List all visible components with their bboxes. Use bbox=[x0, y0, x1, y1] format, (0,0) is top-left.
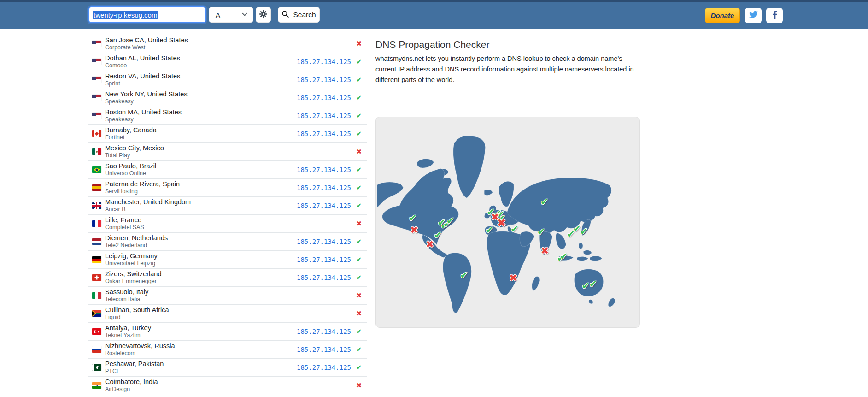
country-flag-icon-us bbox=[92, 41, 101, 47]
dns-server-row: Boston MA, United States Speakeasy 185.2… bbox=[88, 107, 367, 124]
settings-button[interactable] bbox=[256, 7, 271, 23]
search-icon bbox=[282, 10, 289, 20]
country-flag-icon-nl bbox=[92, 238, 101, 245]
server-provider: Corporate West bbox=[105, 44, 188, 51]
world-map-continents bbox=[376, 117, 639, 327]
country-flag-icon-es bbox=[92, 184, 101, 191]
server-provider: Teknet Yazlim bbox=[105, 332, 151, 339]
dns-server-row: Leipzig, Germany Universitaet Leipzig 18… bbox=[88, 250, 367, 268]
facebook-icon bbox=[770, 11, 779, 21]
facebook-button[interactable] bbox=[766, 8, 783, 23]
dns-server-row: Paterna de Rivera, Spain ServiHosting 18… bbox=[88, 178, 367, 196]
dns-server-row: Manchester, United Kingdom Ancar B 185.2… bbox=[88, 196, 367, 214]
dns-server-row: Zizers, Switzerland Oskar Emmenegger 185… bbox=[88, 268, 367, 286]
dns-server-row: Lille, France Completel SAS ✖ bbox=[88, 214, 367, 232]
server-location: Mexico City, Mexico bbox=[105, 144, 164, 152]
status-ok-icon: ✔ bbox=[355, 130, 363, 138]
server-provider: Completel SAS bbox=[105, 224, 144, 231]
resolved-ip: 185.27.134.125 bbox=[297, 184, 351, 191]
dns-server-row: Peshawar, Pakistan PTCL 185.27.134.125 ✔ bbox=[88, 358, 367, 376]
country-flag-icon-de bbox=[92, 256, 101, 263]
status-fail-icon: ✖ bbox=[355, 381, 363, 390]
server-location: Cullinan, South Africa bbox=[105, 306, 169, 314]
status-ok-icon: ✔ bbox=[355, 94, 363, 102]
country-flag-icon-us bbox=[92, 59, 101, 65]
status-ok-icon: ✔ bbox=[355, 237, 363, 246]
server-location: Coimbatore, India bbox=[105, 378, 158, 386]
server-location: Sassuolo, Italy bbox=[105, 288, 148, 296]
resolved-ip: 185.27.134.125 bbox=[297, 58, 351, 65]
server-location: Sao Paulo, Brazil bbox=[105, 162, 156, 170]
header-bar: twenty-rp.kesug.com A bbox=[0, 0, 868, 29]
world-map: ✔✖✔✔✔✔✔✖✔✔✔✔✔✖✖✔✔✖✔✔✖✔✔✔✔✔✔✔ bbox=[375, 117, 640, 328]
resolved-ip: 185.27.134.125 bbox=[297, 256, 351, 263]
server-provider: Universo Online bbox=[105, 170, 156, 177]
resolved-ip: 185.27.134.125 bbox=[297, 274, 351, 281]
server-location: Antalya, Turkey bbox=[105, 324, 151, 332]
server-location: Zizers, Switzerland bbox=[105, 270, 161, 278]
resolved-ip: 185.27.134.125 bbox=[297, 112, 351, 119]
dns-server-row: Sassuolo, Italy Telecom Italia ✖ bbox=[88, 286, 367, 304]
status-ok-icon: ✔ bbox=[355, 327, 363, 336]
server-provider: Rostelecom bbox=[105, 350, 175, 357]
dns-server-row: San Jose CA, United States Corporate Wes… bbox=[88, 35, 367, 53]
country-flag-icon-ru bbox=[92, 346, 101, 353]
country-flag-icon-ca bbox=[92, 130, 101, 137]
server-location: Leipzig, Germany bbox=[105, 252, 158, 260]
status-ok-icon: ✔ bbox=[355, 112, 363, 120]
country-flag-icon-in bbox=[92, 382, 101, 389]
resolved-ip: 185.27.134.125 bbox=[297, 238, 351, 245]
dns-server-row: Sao Paulo, Brazil Universo Online 185.27… bbox=[88, 160, 367, 178]
donate-button-label: Donate bbox=[711, 12, 734, 19]
dns-server-row: Dothan AL, United States Comodo 185.27.1… bbox=[88, 53, 367, 71]
server-location: Burnaby, Canada bbox=[105, 126, 157, 134]
dns-server-list: San Jose CA, United States Corporate Wes… bbox=[88, 35, 367, 394]
country-flag-icon-za bbox=[92, 310, 101, 317]
search-input-value: twenty-rp.kesug.com bbox=[93, 11, 158, 19]
country-flag-icon-ch bbox=[92, 274, 101, 281]
resolved-ip: 185.27.134.125 bbox=[297, 76, 351, 83]
dns-server-row: Diemen, Netherlands Tele2 Nederland 185.… bbox=[88, 232, 367, 250]
country-flag-icon-pk bbox=[92, 364, 101, 371]
status-ok-icon: ✔ bbox=[355, 184, 363, 192]
status-ok-icon: ✔ bbox=[355, 273, 363, 282]
dns-server-row: Coimbatore, India AirDesign ✖ bbox=[88, 376, 367, 394]
country-flag-icon-br bbox=[92, 166, 101, 173]
status-fail-icon: ✖ bbox=[355, 148, 363, 156]
resolved-ip: 185.27.134.125 bbox=[297, 346, 351, 353]
record-type-select[interactable]: A bbox=[209, 7, 253, 23]
server-location: Paterna de Rivera, Spain bbox=[105, 180, 180, 188]
server-provider: Total Play bbox=[105, 152, 164, 159]
resolved-ip: 185.27.134.125 bbox=[297, 202, 351, 209]
server-location: Nizhnevartovsk, Russia bbox=[105, 342, 175, 350]
server-location: Manchester, United Kingdom bbox=[105, 198, 191, 206]
server-provider: Ancar B bbox=[105, 206, 191, 213]
status-fail-icon: ✖ bbox=[355, 219, 363, 228]
resolved-ip: 185.27.134.125 bbox=[297, 130, 351, 137]
search-input[interactable]: twenty-rp.kesug.com bbox=[88, 6, 206, 23]
country-flag-icon-us bbox=[92, 95, 101, 101]
server-provider: PTCL bbox=[105, 368, 164, 375]
dns-server-row: Antalya, Turkey Teknet Yazlim 185.27.134… bbox=[88, 322, 367, 340]
dns-server-row: Reston VA, United States Sprint 185.27.1… bbox=[88, 71, 367, 89]
server-provider: Tele2 Nederland bbox=[105, 242, 168, 249]
server-location: Diemen, Netherlands bbox=[105, 234, 168, 242]
dns-server-row: Mexico City, Mexico Total Play ✖ bbox=[88, 142, 367, 160]
server-location: Dothan AL, United States bbox=[105, 54, 180, 62]
status-ok-icon: ✔ bbox=[355, 76, 363, 84]
search-button[interactable]: Search bbox=[278, 7, 320, 23]
twitter-button[interactable] bbox=[745, 8, 762, 23]
status-fail-icon: ✖ bbox=[355, 309, 363, 318]
resolved-ip: 185.27.134.125 bbox=[297, 328, 351, 335]
donate-button[interactable]: Donate bbox=[705, 8, 740, 23]
country-flag-icon-us bbox=[92, 77, 101, 83]
status-ok-icon: ✔ bbox=[355, 255, 363, 264]
gear-icon bbox=[259, 10, 268, 20]
server-provider: Speakeasy bbox=[105, 98, 188, 105]
server-provider: Telecom Italia bbox=[105, 296, 148, 303]
page-description: whatsmydns.net lets you instantly perfor… bbox=[375, 53, 639, 85]
dns-server-row: New York NY, United States Speakeasy 185… bbox=[88, 89, 367, 107]
server-provider: Comodo bbox=[105, 62, 180, 69]
status-fail-icon: ✖ bbox=[355, 291, 363, 300]
server-location: New York NY, United States bbox=[105, 90, 188, 98]
